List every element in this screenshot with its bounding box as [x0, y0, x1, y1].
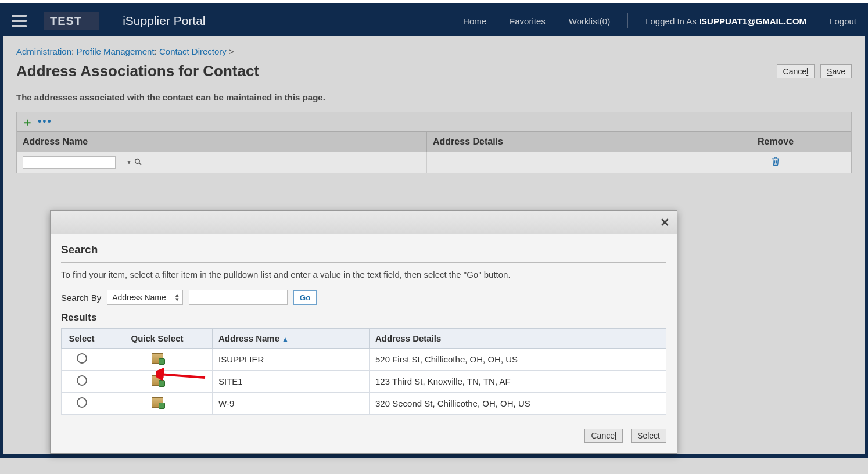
th-select: Select [62, 329, 102, 349]
breadcrumb-seg-contact-dir[interactable]: Contact Directory [159, 46, 227, 56]
cell-address-name: W-9 [213, 393, 370, 415]
logged-in-prefix: Logged In As [645, 16, 699, 26]
nav-home[interactable]: Home [463, 16, 486, 26]
lov-dropdown-icon[interactable]: ▾ [127, 158, 131, 167]
results-table: Select Quick Select Address Name▲ Addres… [61, 328, 666, 415]
cell-address-name: ISUPPLIER [213, 349, 370, 371]
close-icon[interactable]: ✕ [660, 216, 670, 229]
nav-logout[interactable]: Logout [830, 16, 856, 26]
cell-address-details: 123 Third St, Knoxville, TN, TN, AF [370, 371, 666, 393]
divider [61, 262, 666, 263]
th-address-name[interactable]: Address Name▲ [213, 329, 370, 349]
dialog-instructions: To find your item, select a filter item … [61, 270, 666, 279]
col-address-details: Address Details [427, 132, 700, 152]
table-row: ▾ [17, 152, 851, 173]
th-address-details: Address Details [370, 329, 666, 349]
table-row: ISUPPLIER 520 First St, Chillicothe, OH,… [62, 349, 666, 371]
address-name-lov[interactable]: ▾ [23, 156, 116, 169]
logged-in-label: Logged In As ISUPPUAT1@GMAIL.COM [645, 16, 806, 26]
lov-search-icon[interactable] [134, 158, 142, 167]
breadcrumb-seg-profile[interactable]: Profile Management [76, 46, 154, 56]
cancel-button[interactable]: Cancel [777, 64, 815, 78]
search-value-input[interactable] [189, 290, 288, 305]
go-button[interactable]: Go [293, 290, 317, 305]
quick-select-icon[interactable] [152, 353, 163, 364]
select-radio[interactable] [77, 397, 87, 408]
quick-select-icon[interactable] [152, 397, 163, 408]
address-grid: ＋ ••• Address Name Address Details Remov… [16, 112, 852, 173]
divider [627, 13, 628, 28]
sort-asc-icon: ▲ [282, 335, 289, 343]
search-by-value: Address Name [112, 293, 166, 302]
table-row: W-9 320 Second St, Chillicothe, OH, OH, … [62, 393, 666, 415]
col-remove: Remove [700, 132, 851, 152]
svg-point-0 [135, 159, 140, 163]
select-radio[interactable] [77, 375, 87, 386]
menu-icon[interactable] [12, 15, 27, 27]
search-by-select[interactable]: Address Name ▴▾ [107, 290, 183, 305]
add-row-icon[interactable]: ＋ [21, 116, 33, 128]
username: ISUPPUAT1@GMAIL.COM [699, 16, 806, 26]
search-by-label: Search By [61, 293, 101, 303]
page-description: The addresses associated with the contac… [16, 92, 852, 102]
top-navbar: TEST iSupplier Portal Home Favorites Wor… [0, 3, 868, 36]
more-actions-icon[interactable]: ••• [38, 116, 52, 128]
save-button[interactable]: Save [820, 64, 852, 78]
app-title: iSupplier Portal [123, 14, 205, 28]
dialog-cancel-button[interactable]: Cancel [584, 429, 623, 443]
breadcrumb-seg-admin[interactable]: Administration [16, 46, 71, 56]
trash-icon[interactable] [770, 157, 781, 168]
results-heading: Results [61, 312, 666, 324]
updown-icon: ▴▾ [175, 293, 179, 301]
cell-address-details: 520 First St, Chillicothe, OH, OH, US [370, 349, 666, 371]
table-row: SITE1 123 Third St, Knoxville, TN, TN, A… [62, 371, 666, 393]
cell-address-name: SITE1 [213, 371, 370, 393]
search-select-dialog: ✕ Search To find your item, select a fil… [50, 210, 677, 454]
th-quick-select: Quick Select [102, 329, 213, 349]
breadcrumb: Administration: Profile Management: Cont… [16, 46, 852, 56]
dialog-select-button[interactable]: Select [631, 429, 666, 443]
dialog-search-heading: Search [61, 243, 666, 256]
env-badge: TEST [44, 12, 99, 30]
col-address-name: Address Name [17, 132, 427, 152]
select-radio[interactable] [77, 353, 87, 364]
nav-worklist[interactable]: Worklist(0) [569, 16, 610, 26]
svg-line-1 [139, 163, 141, 165]
address-name-input[interactable] [26, 158, 127, 167]
quick-select-icon[interactable] [152, 375, 163, 386]
cell-address-details: 320 Second St, Chillicothe, OH, OH, US [370, 393, 666, 415]
nav-favorites[interactable]: Favorites [510, 16, 546, 26]
page-title: Address Associations for Contact [16, 62, 259, 80]
